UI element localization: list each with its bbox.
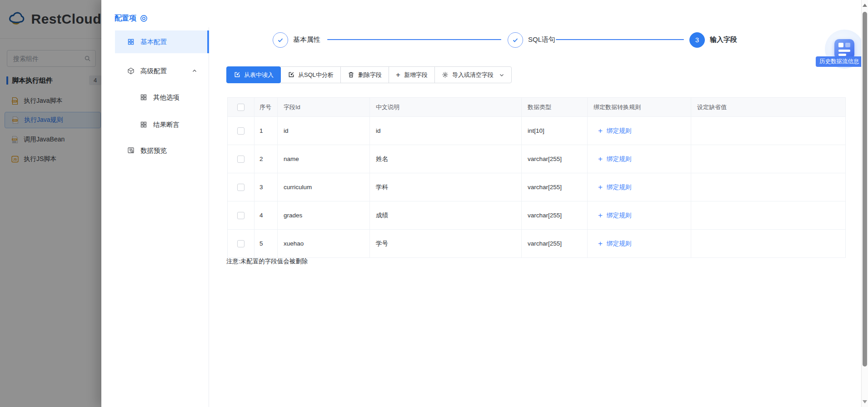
cell-cn-label: 成绩 [370,201,522,229]
cube-icon [127,67,135,75]
button-label: 导入或清空字段 [452,71,494,79]
row-checkbox-cell [228,173,254,201]
button-label: 从表中读入 [244,71,274,79]
bind-rule-link[interactable]: +绑定规则 [594,211,631,220]
cell-field-id: id [278,117,370,145]
cell-default-value [691,230,845,257]
menu-item-other-options[interactable]: 其他选项 [115,86,209,109]
cell-index: 4 [254,201,278,229]
plus-icon: + [598,155,603,163]
trash-icon [348,71,354,78]
config-drawer: 配置项 基本配置 高级配置 其他选项 结果断言 数 [101,0,861,407]
cell-index: 1 [254,117,278,145]
step-input-fields[interactable]: 3 输入字段 [689,32,737,48]
row-checkbox-cell [228,117,254,145]
header-checkbox-cell [228,98,254,116]
row-checkbox[interactable] [237,127,244,135]
add-field-button[interactable]: + 新增字段 [389,66,435,83]
import-or-clear-button[interactable]: 导入或清空字段 [434,66,512,83]
grid-icon [140,94,147,101]
menu-item-label: 高级配置 [140,67,167,75]
step-label: SQL语句 [528,35,555,44]
table-row: 1 id id int[10] +绑定规则 [228,117,845,145]
bind-rule-label: 绑定规则 [607,127,631,135]
cell-index: 2 [254,145,278,173]
app-root: RestCloud 脚本执行组件 4 JAVA 执行Java脚本 JAVA 执行… [0,0,868,407]
gear-icon [442,71,449,78]
bind-rule-link[interactable]: +绑定规则 [594,127,631,135]
step-label: 输入字段 [710,35,737,44]
menu-item-basic-config[interactable]: 基本配置 [115,30,209,53]
scrollbar-down-arrow-icon[interactable] [863,400,867,403]
menu-item-label: 结果断言 [153,121,180,129]
cell-data-type: varchar[255] [522,145,588,173]
cell-bind-rule: +绑定规则 [588,230,691,257]
drawer-content: 基本属性 SQL语句 3 输入字段 从表中读入 从SQL中分析 [209,0,861,407]
cell-field-id: name [278,145,370,173]
read-table-icon [234,71,240,78]
grid-icon [127,38,135,45]
column-header-cn-label: 中文说明 [370,98,522,116]
field-toolbar: 从表中读入 从SQL中分析 删除字段 + 新增字段 导入或清空字段 [226,66,512,83]
table-row: 4 grades 成绩 varchar[255] +绑定规则 [228,201,845,230]
bind-rule-label: 绑定规则 [607,211,631,220]
read-from-table-button[interactable]: 从表中读入 [226,66,281,83]
modal-dim-overlay[interactable] [0,0,101,407]
column-header-field-id: 字段Id [278,98,370,116]
delete-field-button[interactable]: 删除字段 [340,66,389,83]
step-check-icon [273,32,288,48]
cell-data-type: int[10] [522,117,588,145]
select-all-checkbox[interactable] [237,104,244,111]
cell-default-value [691,145,845,173]
step-basic-attributes[interactable]: 基本属性 [273,32,320,48]
column-header-data-type: 数据类型 [522,98,588,116]
cell-bind-rule: +绑定规则 [588,145,691,173]
plus-icon: + [598,183,603,191]
cell-data-type: varchar[255] [522,201,588,229]
doc-search-icon [127,147,135,154]
history-dataflow-tooltip: 历史数据流信息 [816,56,863,67]
bind-rule-link[interactable]: +绑定规则 [594,240,631,248]
target-icon[interactable] [140,15,148,22]
menu-item-result-assert[interactable]: 结果断言 [115,113,209,136]
table-row: 2 name 姓名 varchar[255] +绑定规则 [228,145,845,173]
row-checkbox[interactable] [237,156,244,163]
cell-default-value [691,117,845,145]
step-sql-statement[interactable]: SQL语句 [508,32,555,48]
plus-icon: + [598,240,603,247]
bind-rule-link[interactable]: +绑定规则 [594,155,631,163]
menu-item-label: 数据预览 [140,146,167,155]
menu-item-advanced-config[interactable]: 高级配置 [115,60,209,82]
cell-cn-label: id [370,117,522,145]
row-checkbox[interactable] [237,184,244,191]
row-checkbox-cell [228,201,254,229]
chevron-up-icon [192,68,197,74]
scrollbar-thumb[interactable] [863,12,867,367]
cell-data-type: varchar[255] [522,230,588,257]
bind-rule-label: 绑定规则 [607,183,631,191]
page-scrollbar[interactable] [861,0,868,407]
cell-default-value [691,173,845,201]
cell-field-id: xuehao [278,230,370,257]
step-check-icon [508,32,523,48]
row-checkbox[interactable] [237,212,244,219]
step-connector [556,39,684,40]
cell-bind-rule: +绑定规则 [588,173,691,201]
menu-item-data-preview[interactable]: 数据预览 [115,139,209,162]
cell-bind-rule: +绑定规则 [588,117,691,145]
table-row: 5 xuehao 学号 varchar[255] +绑定规则 [228,230,845,258]
bind-rule-label: 绑定规则 [607,155,631,163]
step-connector [327,39,501,40]
cell-cn-label: 学科 [370,173,522,201]
row-checkbox[interactable] [237,240,244,247]
grid-icon [140,121,147,128]
scrollbar-up-arrow-icon[interactable] [863,4,867,7]
drawer-title: 配置项 [115,14,136,23]
menu-item-label: 其他选项 [153,93,180,102]
read-table-icon [288,71,294,78]
analyze-from-sql-button[interactable]: 从SQL中分析 [280,66,341,83]
column-header-default-value: 设定缺省值 [691,98,845,116]
table-row: 3 curriculum 学科 varchar[255] +绑定规则 [228,173,845,201]
step-label: 基本属性 [293,35,320,44]
bind-rule-link[interactable]: +绑定规则 [594,183,631,191]
